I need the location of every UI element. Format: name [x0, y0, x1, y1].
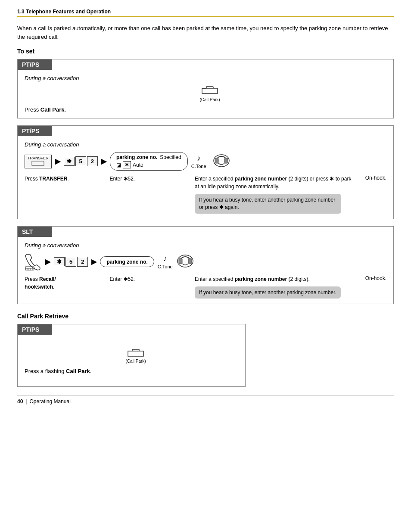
page-header: 1.3 Telephone Features and Operation: [17, 9, 394, 17]
arrow2: ▶: [101, 157, 106, 165]
box3-press-recall-desc: Press Recall/hookswitch.: [25, 275, 106, 291]
auto-star: ✱: [123, 161, 131, 168]
box3-conversation: During a conversation: [25, 242, 386, 249]
box1-header: PT/PS: [18, 59, 52, 70]
box2-press-transfer-desc: Press TRANSFER.: [25, 175, 106, 183]
box3-parking-zone-box: parking zone no.: [100, 256, 154, 267]
phone-icon-box2: [212, 153, 230, 170]
box3-arrow2: ▶: [91, 258, 97, 266]
box3-on-hook: On-hook.: [361, 275, 386, 281]
box4-header: PT/PS: [18, 324, 52, 335]
box3-parking-zone-label: parking zone no.: [106, 259, 147, 265]
box3-key-star: ✱: [54, 257, 65, 266]
svg-rect-0: [202, 88, 218, 93]
box4-press-bold: Call Park: [66, 368, 90, 374]
box2-desc-row: Press TRANSFER. Enter ✱52. Enter a speci…: [25, 175, 386, 214]
box-slt: SLT During a conversation ▶: [17, 226, 394, 305]
svg-rect-16: [179, 258, 182, 264]
key-5: 5: [75, 156, 86, 166]
box2-conversation: During a conversation: [25, 141, 386, 148]
box2-enter-star52-desc: Enter ✱52.: [110, 175, 191, 183]
parking-zone-rounded-box: parking zone no. Specified ◪ ✱ Auto: [110, 152, 188, 171]
phone-icon-box3: [176, 253, 194, 270]
box1-conversation: During a conversation: [25, 75, 386, 81]
transfer-svg: [31, 160, 44, 166]
music-note-icon: ♪: [197, 154, 201, 163]
transfer-label: TRANSFER: [28, 156, 49, 160]
svg-rect-7: [215, 158, 218, 163]
intro-text: When a call is parked automatically, or …: [17, 24, 394, 41]
svg-rect-17: [188, 258, 192, 264]
box3-arrow1: ▶: [45, 258, 50, 266]
box4-callpark-svg: [127, 348, 144, 358]
box3-parking-desc: Enter a specified parking zone number (2…: [195, 275, 356, 299]
auto-label: Auto: [133, 162, 143, 168]
box3-key-2: 2: [77, 257, 88, 267]
box2-enter-parking-desc: Enter a specified parking zone number (2…: [195, 175, 356, 214]
to-set-title: To set: [17, 48, 394, 55]
svg-rect-18: [128, 351, 143, 356]
slt-phone-icon: [25, 253, 42, 271]
box3-flow-diagram: ▶ ✱ 5 2 ▶ parking zone no. ♪ C.Tone: [25, 253, 386, 271]
box2-flow-diagram: TRANSFER ▶ ✱ 5 2 ▶ parking zone no. Spec…: [25, 152, 386, 171]
svg-rect-8: [224, 158, 228, 163]
box3-note-bubble: If you hear a busy tone, enter another p…: [195, 286, 341, 299]
callpark-svg: [201, 86, 218, 95]
box2-on-hook: On-hook.: [361, 175, 386, 181]
footer-separator: |: [25, 398, 27, 404]
box3-enter-desc: Enter ✱52.: [110, 275, 191, 283]
box-ptps-transfer: PT/PS During a conversation TRANSFER ▶ ✱…: [17, 125, 394, 219]
footer-page: 40: [17, 398, 23, 404]
box1-callpark-label: (Call Park): [199, 97, 220, 102]
phone-svg-box3: [176, 253, 194, 269]
box1-callpark-icon: (Call Park): [33, 86, 386, 102]
box3-music-note: ♪: [163, 254, 167, 263]
box3-desc-row: Press Recall/hookswitch. Enter ✱52. Ente…: [25, 275, 386, 299]
header-title: 1.3 Telephone Features and Operation: [17, 9, 111, 15]
call-park-retrieve-title: Call Park Retrieve: [17, 313, 394, 320]
box3-key-5: 5: [65, 257, 76, 267]
parking-zone-label: parking zone no.: [116, 154, 157, 160]
box1-press-bold: Call Park: [40, 106, 65, 113]
svg-rect-5: [32, 161, 44, 165]
specified-label: Specified: [160, 154, 181, 160]
box4-callpark-label: (Call Park): [125, 359, 146, 364]
key-star: ✱: [64, 157, 75, 166]
ctone-phone-group: ♪ C.Tone: [191, 153, 230, 170]
slt-phone-svg: [25, 253, 42, 271]
box4-instruction: Press a flashing Call Park.: [25, 368, 238, 374]
box2-header: PT/PS: [18, 126, 52, 136]
transfer-button-icon: TRANSFER: [25, 155, 52, 168]
key-2: 2: [87, 156, 98, 166]
box1-instruction: Press Call Park.: [25, 106, 386, 113]
box3-header: SLT: [18, 227, 52, 237]
box3-ctone: C.Tone: [158, 264, 173, 269]
footer-label: Operating Manual: [29, 398, 70, 404]
box2-note-bubble: If you hear a busy tone, enter another p…: [195, 194, 341, 214]
key-group-star52: ✱ 5 2: [64, 156, 98, 166]
box3-key-group-star52: ✱ 5 2: [54, 257, 88, 267]
page-footer: 40 | Operating Manual: [17, 395, 394, 404]
phone-svg-box2: [212, 153, 230, 168]
box-ptps-simple: PT/PS During a conversation (Call Park) …: [17, 59, 394, 118]
arrow1: ▶: [55, 157, 60, 165]
ctone-label: C.Tone: [191, 164, 206, 169]
box-ptps-retrieve: PT/PS (Call Park) Press a flashing Call …: [17, 324, 246, 387]
box4-callpark-icon: (Call Park): [33, 348, 238, 364]
